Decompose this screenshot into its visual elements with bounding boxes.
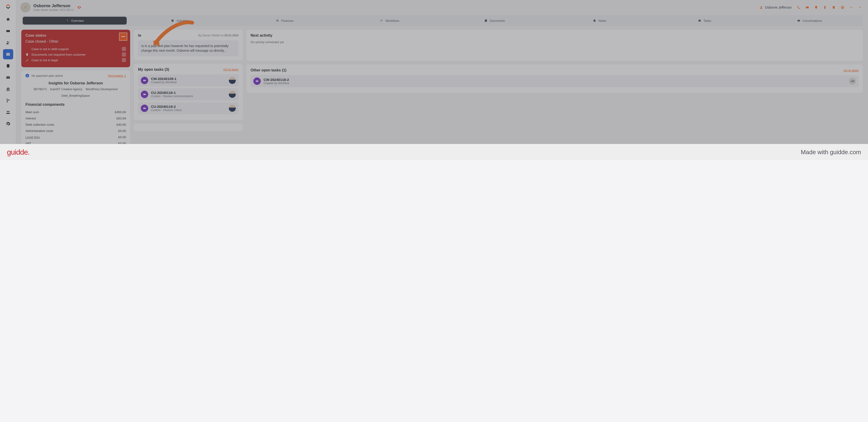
ticket-icon	[141, 105, 148, 112]
nav-branch[interactable]	[3, 95, 13, 106]
mail-icon[interactable]	[805, 5, 809, 9]
other-tasks-card: Other open tasks (1)Go to tasks CW-20240…	[246, 64, 863, 93]
task-row[interactable]: CW-20240109-1Created by Workflow	[138, 75, 239, 86]
nav-settings[interactable]	[3, 119, 13, 129]
assignee-avatar	[229, 77, 236, 84]
person-subtitle: Case owner number: ACC-DCI-1	[33, 8, 74, 11]
task-row[interactable]: CU-20240118-1Custom - Review communicati…	[138, 88, 239, 101]
svg-rect-8	[6, 76, 10, 79]
tab-finances[interactable]: Finances	[233, 17, 337, 25]
insight-chip[interactable]: Debt_BreathingSpace	[62, 94, 90, 97]
svg-rect-0	[6, 30, 10, 32]
tab-conversations[interactable]: Conversations	[757, 17, 862, 25]
case-status-value: Case closed - Other	[26, 39, 126, 44]
globe-icon[interactable]	[841, 5, 844, 9]
visibility-icon[interactable]	[77, 5, 81, 9]
svg-point-10	[6, 102, 7, 103]
go-to-tasks-link[interactable]: Go to tasks	[843, 68, 859, 72]
nav-cards[interactable]	[3, 26, 13, 36]
nav-mail[interactable]	[3, 72, 13, 83]
made-with: Made with guidde.com	[801, 149, 861, 156]
phone-icon[interactable]	[797, 5, 800, 9]
case-status-card: ••• Case status Case closed - Other Case…	[21, 30, 130, 67]
payment-alert: i No payment plan active Terminated: 2	[26, 74, 126, 78]
ticket-icon	[141, 77, 148, 84]
person-avatar: ♂	[20, 2, 31, 12]
note-meta: By Darren Tebbitt on 30-01-2024	[198, 34, 239, 37]
tab-workflows[interactable]: Workflows	[338, 17, 442, 25]
my-tasks-title: My open tasks (3)	[138, 67, 169, 72]
svg-rect-16	[824, 6, 826, 9]
nav-group[interactable]	[3, 107, 13, 117]
next-activity-title: Next activity	[251, 33, 272, 37]
more-icon[interactable]	[849, 5, 853, 9]
sidebar	[0, 0, 16, 160]
nav-home[interactable]	[3, 15, 13, 25]
svg-rect-30	[143, 94, 146, 95]
checkbox[interactable]	[122, 52, 126, 57]
other-tasks-title: Other open tasks (1)	[251, 68, 286, 72]
checkbox[interactable]	[122, 47, 126, 51]
android-icon[interactable]	[832, 5, 836, 9]
mobile-icon[interactable]	[823, 5, 827, 9]
insight-chip[interactable]: branDiT Creative Agency	[50, 88, 83, 91]
svg-rect-28	[26, 53, 28, 56]
tabs: Overview Activities Finances Workflows D…	[21, 15, 863, 26]
note-body: Is in a payment plan however he has requ…	[138, 40, 239, 56]
next-activity-body: No activity scheduled yet	[251, 40, 859, 44]
ticket-icon	[141, 91, 148, 98]
case-status-title: Case status	[26, 33, 126, 37]
tab-tasks[interactable]: Tasks	[653, 17, 756, 25]
location-icon[interactable]	[814, 5, 818, 9]
svg-rect-25	[594, 20, 595, 22]
tab-activities[interactable]: Activities	[128, 17, 231, 25]
nav-institution[interactable]	[3, 84, 13, 94]
tab-documents[interactable]: Documents	[442, 17, 547, 25]
person-name: Osborne Jefferson	[33, 3, 74, 8]
go-to-tasks-link[interactable]: Go to tasks	[223, 68, 239, 71]
tab-overview[interactable]: Overview	[23, 17, 127, 25]
svg-rect-3	[6, 53, 10, 56]
nav-database[interactable]	[3, 61, 13, 71]
svg-point-22	[380, 20, 381, 20]
user-icon	[760, 5, 763, 9]
svg-point-2	[8, 41, 9, 43]
svg-point-20	[852, 7, 853, 8]
chevron-down-icon[interactable]	[858, 5, 862, 9]
svg-point-1	[7, 41, 8, 43]
fin-row: Legal fees£0.00	[26, 134, 126, 140]
nav-people[interactable]	[3, 37, 13, 48]
insights-title: Insights for Osborne Jefferson	[26, 81, 126, 85]
insight-chips: BDTBG71 branDiT Creative Agency WordPres…	[26, 88, 126, 97]
insight-chip[interactable]: WordPress Development	[86, 88, 118, 91]
case-item: Documents not required from customer	[26, 52, 126, 57]
ticket-icon	[253, 78, 261, 85]
financial-heading: Financial components	[26, 103, 126, 107]
case-status-more-button[interactable]: •••	[119, 32, 127, 41]
gavel-icon	[26, 58, 29, 62]
tab-notes[interactable]: Notes	[548, 17, 651, 25]
top-user-chip[interactable]: Osborne Jefferson	[760, 5, 792, 9]
legal-fees-link[interactable]: Legal fees	[26, 135, 40, 139]
terminated-link[interactable]: Terminated: 2	[108, 74, 126, 78]
svg-rect-27	[798, 20, 800, 22]
asterisk-icon	[26, 47, 29, 51]
svg-rect-15	[806, 6, 809, 8]
fin-row: Administrative costs£0.00	[26, 128, 126, 134]
insight-chip[interactable]: BDTBG71	[34, 88, 47, 91]
task-row[interactable]: CW-20240118-2Created by WorkflowLR	[251, 75, 859, 87]
svg-rect-32	[256, 81, 258, 82]
svg-rect-21	[172, 20, 174, 22]
top-user-name: Osborne Jefferson	[765, 5, 792, 9]
checkbox[interactable]	[122, 58, 126, 62]
nav-contact-card[interactable]	[3, 49, 13, 59]
svg-point-13	[8, 111, 9, 112]
svg-rect-26	[699, 20, 701, 22]
fin-row: Main sum£450.00	[26, 109, 126, 115]
svg-rect-6	[8, 54, 9, 55]
task-row[interactable]: CU-20240118-2Custom - Finance Check	[138, 102, 239, 114]
info-icon: i	[26, 74, 29, 78]
document-icon	[26, 53, 29, 56]
svg-point-9	[6, 99, 7, 100]
svg-point-23	[380, 21, 381, 22]
